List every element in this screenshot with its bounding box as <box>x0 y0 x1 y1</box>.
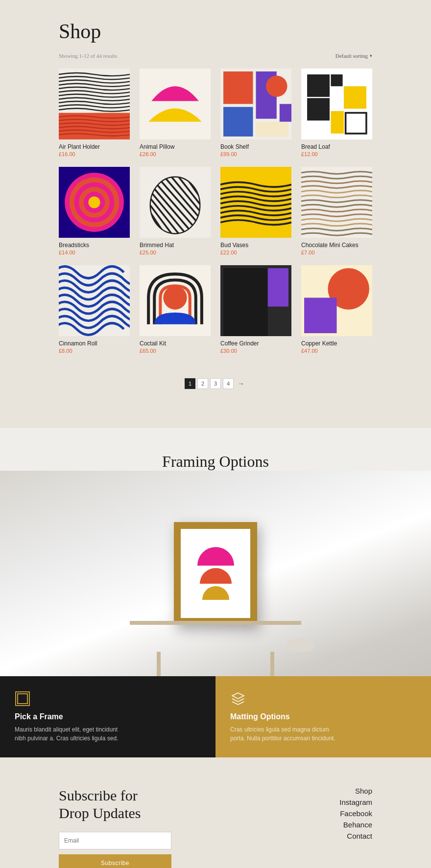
product-price: £28.00 <box>140 151 211 157</box>
product-name: Coctail Kit <box>140 340 211 347</box>
product-price: £65.00 <box>140 348 211 354</box>
product-card-air-plant-holder[interactable]: Air Plant Holder £16.00 <box>59 69 130 157</box>
page-btn-next[interactable]: → <box>236 378 246 389</box>
product-card-breadsticks[interactable]: Breadsticks £14.00 <box>59 167 130 255</box>
matting-title: Matting Options <box>230 712 416 721</box>
svg-rect-8 <box>223 107 253 137</box>
svg-rect-4 <box>140 69 211 139</box>
page-btn-1[interactable]: 1 <box>185 378 195 389</box>
framing-option-matting: Matting Options Cras ultricies ligula se… <box>216 676 431 757</box>
pick-frame-title: Pick a Frame <box>15 712 201 721</box>
product-price: £14.00 <box>59 250 130 255</box>
footer: Subscribe for Drop Updates Subscribe Sho… <box>0 757 431 868</box>
svg-rect-16 <box>307 98 330 120</box>
shop-section: Shop Showing 1-12 of 44 results Default … <box>0 0 431 428</box>
product-image <box>59 69 130 139</box>
page-btn-3[interactable]: 3 <box>210 378 221 389</box>
product-card-copper-kettle[interactable]: Copper Kettle £47.00 <box>301 265 372 354</box>
svg-rect-14 <box>331 74 342 86</box>
product-name: Animal Pillow <box>140 143 211 150</box>
product-image <box>220 69 291 139</box>
product-image <box>140 69 211 139</box>
pagination: 1 2 3 4 → <box>59 373 372 399</box>
product-image <box>220 167 291 238</box>
footer-nav-instagram[interactable]: Instagram <box>339 798 372 806</box>
products-grid: Air Plant Holder £16.00 Animal Pillow £2… <box>59 69 372 354</box>
product-name: Chocolate Mini Cakes <box>301 242 372 249</box>
page-btn-2[interactable]: 2 <box>197 378 208 389</box>
matting-desc: Cras ultricies ligula sed magna dictum p… <box>230 725 338 743</box>
product-image <box>140 167 211 238</box>
product-image <box>301 167 372 238</box>
product-image <box>301 69 372 139</box>
frame-icon <box>15 691 30 707</box>
product-name: Bud Vases <box>220 242 291 249</box>
footer-nav-facebook[interactable]: Facebook <box>340 809 372 818</box>
framing-title: Framing Options <box>0 428 431 471</box>
shop-title: Shop <box>59 20 372 43</box>
product-card-bread-loaf[interactable]: Bread Loaf £12.00 <box>301 69 372 157</box>
footer-nav: Shop Instagram Facebook Behance Contact <box>339 787 372 840</box>
product-price: £12.00 <box>301 151 372 157</box>
product-name: Bread Loaf <box>301 143 372 150</box>
product-card-chocolate-mini-cakes[interactable]: Chocolate Mini Cakes £7.00 <box>301 167 372 255</box>
product-price: £22.00 <box>220 250 291 255</box>
product-price: £25.00 <box>140 250 211 255</box>
subscribe-title: Subscribe for Drop Updates <box>59 787 157 822</box>
svg-rect-57 <box>304 297 336 333</box>
svg-rect-59 <box>18 694 27 704</box>
product-price: £99.00 <box>220 151 291 157</box>
product-card-bud-vases[interactable]: Bud Vases £22.00 <box>220 167 291 255</box>
showing-text: Showing 1-12 of 44 results <box>59 53 117 59</box>
svg-point-50 <box>163 286 187 309</box>
product-name: Copper Kettle <box>301 340 372 347</box>
product-card-brimmed-hat[interactable]: Brimmed Hat £25.00 <box>140 167 211 255</box>
product-card-book-shelf[interactable]: Book Shelf £99.00 <box>220 69 291 157</box>
svg-rect-9 <box>256 122 288 137</box>
product-price: £8.00 <box>59 348 130 354</box>
product-name: Book Shelf <box>220 143 291 150</box>
product-price: £16.00 <box>59 151 130 157</box>
product-name: Coffee Grinder <box>220 340 291 347</box>
sort-label: Default sorting <box>335 53 368 59</box>
footer-left: Subscribe for Drop Updates Subscribe <box>59 787 339 868</box>
layers-icon <box>230 691 246 707</box>
product-price: £7.00 <box>301 250 372 255</box>
framing-options-bar: Pick a Frame Mauris blandit aliquet elit… <box>0 676 431 757</box>
svg-rect-15 <box>344 86 366 109</box>
framing-image-area <box>0 471 431 676</box>
svg-rect-17 <box>331 111 344 134</box>
product-price: £47.00 <box>301 348 372 354</box>
svg-point-26 <box>88 196 100 208</box>
pick-frame-desc: Mauris blandit aliquet elit, eget tincid… <box>15 725 122 743</box>
framing-section: Framing Options <box>0 428 431 757</box>
product-image <box>301 265 372 336</box>
product-image <box>59 265 130 336</box>
product-name: Brimmed Hat <box>140 242 211 249</box>
email-input[interactable] <box>59 832 171 849</box>
framing-option-pick-frame: Pick a Frame Mauris blandit aliquet elit… <box>0 676 216 757</box>
subscribe-button[interactable]: Subscribe <box>59 854 171 868</box>
product-image <box>140 265 211 336</box>
svg-point-10 <box>266 76 287 97</box>
product-image <box>59 167 130 238</box>
shop-meta: Showing 1-12 of 44 results Default sorti… <box>59 53 372 59</box>
footer-nav-shop[interactable]: Shop <box>355 787 372 795</box>
sort-wrapper[interactable]: Default sorting ▾ <box>335 53 372 59</box>
product-card-coffee-grinder[interactable]: Coffee Grinder £30.00 <box>220 265 291 354</box>
footer-nav-contact[interactable]: Contact <box>347 832 372 840</box>
product-name: Breadsticks <box>59 242 130 249</box>
product-name: Cinnamon Roll <box>59 340 130 347</box>
svg-rect-6 <box>223 71 253 104</box>
footer-nav-behance[interactable]: Behance <box>343 821 372 829</box>
chevron-down-icon: ▾ <box>370 53 372 58</box>
product-image <box>220 265 291 336</box>
svg-rect-11 <box>280 104 291 122</box>
svg-rect-13 <box>307 74 330 97</box>
product-card-coctail-kit[interactable]: Coctail Kit £65.00 <box>140 265 211 354</box>
page-btn-4[interactable]: 4 <box>223 378 234 389</box>
product-name: Air Plant Holder <box>59 143 130 150</box>
product-price: £30.00 <box>220 348 291 354</box>
product-card-cinnamon-roll[interactable]: Cinnamon Roll £8.00 <box>59 265 130 354</box>
product-card-animal-pillow[interactable]: Animal Pillow £28.00 <box>140 69 211 157</box>
